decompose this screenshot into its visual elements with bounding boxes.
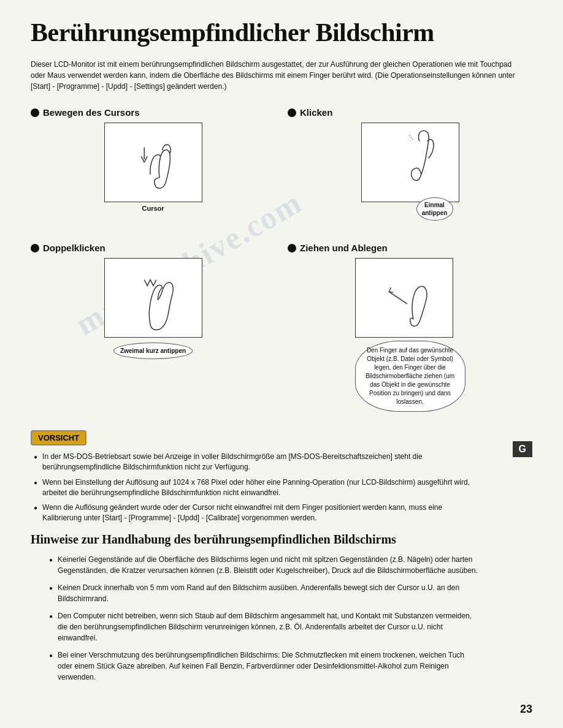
- page-number: 23: [520, 703, 532, 716]
- bewegen-label: Cursor: [142, 205, 164, 212]
- ziehen-box: [355, 258, 453, 338]
- intro-paragraph: Dieser LCD-Monitor ist mit einem berühru…: [31, 59, 521, 92]
- bullet-doppel: [31, 244, 39, 252]
- bewegen-box: [104, 123, 202, 202]
- diagrams-section: Bewegen des Cursors Cur: [31, 107, 532, 418]
- svg-line-3: [409, 135, 413, 140]
- vorsicht-section: VORSICHT G In der MS-DOS-Betriebsart sow…: [31, 430, 532, 523]
- ziehen-illustration: [356, 259, 453, 337]
- doppel-box: [104, 258, 202, 338]
- doppel-illustration: [105, 259, 202, 337]
- g-badge: G: [513, 441, 532, 457]
- svg-line-4: [389, 292, 407, 304]
- klicken-bubble: Einmal antippen: [416, 197, 453, 221]
- klicken-title: Klicken: [300, 107, 332, 118]
- klicken-illustration: [362, 123, 459, 202]
- diagram-cell-ziehen: Ziehen und Ablegen Den Finger auf das ge…: [288, 243, 532, 412]
- doppel-bubble: Zweimal kurz antippen: [113, 343, 193, 359]
- klicken-wrapper: Einmal antippen: [361, 123, 459, 202]
- vorsicht-list: In der MS-DOS-Betriebsart sowie bei Anze…: [31, 452, 532, 523]
- hinweise-section: Hinweise zur Handhabung des berührungsem…: [31, 533, 532, 683]
- bullet-klicken: [288, 108, 296, 117]
- vorsicht-item-3: Wenn die Auflösung geändert wurde oder d…: [34, 502, 475, 523]
- ziehen-title: Ziehen und Ablegen: [300, 243, 388, 253]
- diagram-row-1: Bewegen des Cursors Cur: [31, 107, 532, 212]
- hinweise-item-1: Keinerlei Gegenstände auf die Oberfläche…: [49, 554, 478, 576]
- vorsicht-item-1: In der MS-DOS-Betriebsart sowie bei Anze…: [34, 452, 475, 472]
- diagram-cell-klicken: Klicken Einmal antippen: [288, 107, 532, 202]
- hinweise-title: Hinweise zur Handhabung des berührungsem…: [31, 533, 532, 547]
- hinweise-item-2: Keinen Druck innerhalb von 5 mm vom Rand…: [49, 582, 478, 604]
- page-title: Berührungsempfindlicher Bildschirm: [31, 18, 532, 47]
- hinweise-item-4: Bei einer Verschmutzung des berührungsem…: [49, 650, 478, 683]
- bewegen-title: Bewegen des Cursors: [43, 107, 140, 118]
- diagram-cell-doppel: Doppelklicken Zweimal kurz antippen: [31, 243, 275, 359]
- bewegen-header: Bewegen des Cursors: [31, 107, 140, 118]
- ziehen-bubble: Den Finger auf das gewünschte Objekt (z.…: [355, 341, 465, 412]
- diagram-cell-bewegen: Bewegen des Cursors Cur: [31, 107, 275, 212]
- klicken-header: Klicken: [288, 107, 332, 118]
- bullet-ziehen: [288, 244, 296, 252]
- bullet-bewegen: [31, 108, 39, 117]
- bewegen-illustration: [105, 123, 202, 202]
- doppel-wrapper: Zweimal kurz antippen: [104, 258, 202, 359]
- svg-line-2: [144, 156, 147, 162]
- doppel-header: Doppelklicken: [31, 243, 105, 253]
- hinweise-item-3: Den Computer nicht betreiben, wenn sich …: [49, 610, 478, 643]
- bewegen-wrapper: Cursor: [104, 123, 202, 212]
- vorsicht-item-2: Wenn bei Einstellung der Auflösung auf 1…: [34, 477, 475, 498]
- ziehen-container: Den Finger auf das gewünschte Objekt (z.…: [355, 258, 465, 412]
- doppel-title: Doppelklicken: [43, 243, 105, 253]
- vorsicht-badge: VORSICHT: [31, 430, 86, 446]
- klicken-box: [361, 123, 459, 202]
- ziehen-header: Ziehen und Ablegen: [288, 243, 388, 253]
- hinweise-list: Keinerlei Gegenstände auf die Oberfläche…: [31, 554, 532, 683]
- diagram-row-2: Doppelklicken Zweimal kurz antippen: [31, 243, 532, 412]
